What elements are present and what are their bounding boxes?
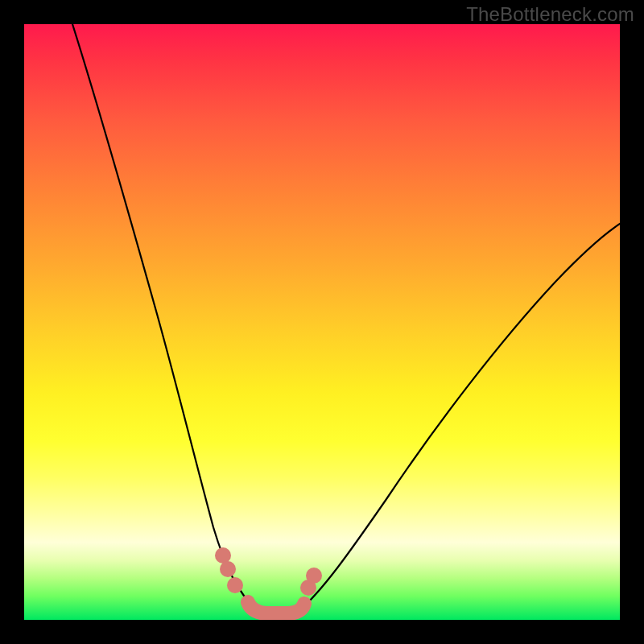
marker-dot [227, 577, 243, 593]
marker-bottom-segment [248, 602, 304, 613]
chart-frame: TheBottleneck.com [0, 0, 644, 644]
watermark-text: TheBottleneck.com [466, 3, 634, 26]
curve-left-branch [72, 24, 258, 612]
curve-right-branch [298, 224, 620, 612]
marker-dot [215, 547, 231, 564]
marker-dot [306, 568, 322, 584]
marker-dot [220, 561, 236, 577]
bottleneck-curve-svg [24, 24, 620, 620]
plot-area [24, 24, 620, 620]
